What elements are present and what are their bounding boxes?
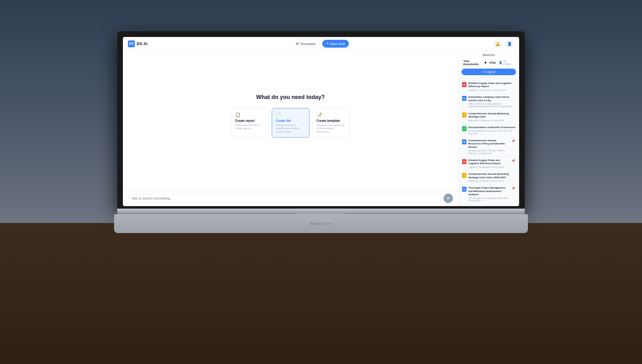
new-chat-icon: ✎ [326, 42, 329, 46]
source-title: Automotive company report about electric… [468, 96, 515, 102]
source-info: Comprehensive Human Resources Policy and… [468, 139, 510, 155]
chat-body: What do you need today? 📋 Create report … [123, 51, 458, 190]
your-docs-dot [485, 62, 486, 64]
create-report-desc: Choose documents to create agenda [235, 124, 265, 130]
source-meta: HR Development & Training • Wilson Salva… [468, 149, 510, 155]
source-item[interactable]: WDetailed Supply Chain and Logistics Eff… [461, 157, 517, 171]
source-item[interactable]: WComprehensive Human Resources Policy an… [461, 204, 517, 206]
source-file-icon: W [462, 187, 466, 192]
source-title: Thorough Project Management and Mileston… [468, 186, 510, 196]
new-chat-button[interactable]: ✎ New chat [322, 40, 349, 48]
create-template-icon: 📝 [317, 112, 346, 117]
create-file-card[interactable]: 📄 Create file Choose a file as a templat… [272, 108, 309, 138]
source-file-icon: W [462, 159, 466, 164]
source-info: Automotive company report about electric… [468, 96, 515, 108]
create-report-icon: 📋 [235, 112, 265, 117]
create-file-desc: Choose a file as a template and replace … [276, 124, 305, 133]
source-title: Comprehensive Annual Marketing Strategy … [468, 112, 515, 119]
sources-label: Sources [461, 53, 516, 57]
sources-tabs: Your Documents Chat 👤 My Profile [461, 59, 516, 67]
source-meta: HR Development & Training • Nana Cole • … [468, 197, 510, 202]
source-file-icon: G [462, 126, 466, 131]
source-pin-icon: 📌 [512, 139, 515, 143]
my-profile-icon: 👤 [499, 61, 502, 64]
source-title: Comprehensive Human Resources Policy and… [468, 139, 510, 149]
app-logo-icon: DS [128, 40, 135, 47]
source-title: Documentation of Benefits Preferences [468, 126, 515, 129]
source-item[interactable]: WComprehensive Human Resources Policy an… [461, 137, 517, 157]
source-info: Comprehensive Annual Marketing Strategy … [468, 173, 515, 182]
source-item[interactable]: XComprehensive Annual Marketing Strategy… [461, 110, 517, 124]
create-file-icon: 📄 [276, 112, 305, 117]
sources-panel: Sources Your Documents Chat 👤 [458, 51, 519, 206]
create-template-card[interactable]: 📝 Create template Document this allows y… [313, 108, 350, 138]
topbar-right: 🔔 👤 [493, 39, 514, 48]
source-file-icon: W [462, 139, 466, 144]
chat-input[interactable] [128, 194, 441, 203]
laptop-keyboard: MacBook Pro [114, 214, 528, 233]
source-meta: Marketing • 4 uploads • 22 Aug 2024 [468, 119, 515, 122]
laptop-base [117, 209, 525, 214]
source-item[interactable]: GDocumentation of Benefits PreferencesHR… [461, 124, 517, 137]
source-pin-icon: 📌 [512, 159, 515, 163]
app-screen: DS DS AI ⊞ Templates ✎ New chat 🔔 [123, 37, 519, 206]
create-report-card[interactable]: 📋 Create report Choose documents to crea… [231, 108, 269, 138]
source-meta: Offer automotive housing detailing speci… [468, 103, 515, 108]
source-title: Detailed Supply Chain and Logistics Effi… [468, 82, 515, 88]
main-content: What do you need today? 📋 Create report … [123, 51, 519, 206]
logout-button[interactable]: ↩ Logout [461, 69, 516, 75]
source-item[interactable]: WThorough Project Management and Milesto… [461, 185, 517, 204]
logout-icon: ↩ [482, 70, 485, 74]
send-button[interactable]: ➤ [444, 194, 453, 203]
source-item[interactable]: XComprehensive Annual Marketing Strategy… [461, 171, 517, 185]
logo-area: DS DS AI [128, 40, 147, 47]
screen-bezel: DS DS AI ⊞ Templates ✎ New chat 🔔 [117, 31, 525, 209]
source-title: Comprehensive Annual Marketing Strategy … [468, 173, 515, 179]
create-file-title: Create file [276, 119, 305, 122]
sources-header: Sources Your Documents Chat 👤 [458, 51, 519, 78]
tab-my-profile[interactable]: 👤 My Profile [497, 59, 516, 67]
keyboard-brand: MacBook Pro [310, 222, 332, 226]
tab-chat[interactable]: Chat [489, 61, 496, 64]
source-info: Detailed Supply Chain and Logistics Effi… [468, 159, 510, 169]
app-logo-text: DS AI [137, 41, 147, 46]
chat-title: What do you need today? [256, 94, 325, 101]
source-title: Detailed Supply Chain and Logistics Effi… [468, 159, 510, 165]
source-file-icon: W [462, 82, 466, 87]
source-info: Detailed Supply Chain and Logistics Effi… [468, 82, 515, 91]
laptop-notch [296, 212, 346, 214]
create-template-title: Create template [317, 119, 346, 122]
chat-panel: What do you need today? 📋 Create report … [123, 51, 458, 206]
create-template-desc: Document this allows you to fill necessa… [317, 124, 346, 133]
source-item[interactable]: WDetailed Supply Chain and Logistics Eff… [461, 80, 517, 94]
tab-your-documents[interactable]: Your Documents [461, 59, 488, 67]
templates-button[interactable]: ⊞ Templates [292, 40, 320, 48]
topbar: DS DS AI ⊞ Templates ✎ New chat 🔔 [123, 37, 519, 51]
source-meta: Logistics • Purchasing • 22 Aug 2024 [468, 166, 510, 169]
notification-icon[interactable]: 🔔 [493, 39, 502, 48]
source-item[interactable]: WAutomotive company report about electri… [461, 94, 517, 110]
source-meta: Marketing • 4 uploads • Aug 24 2024 [468, 180, 515, 182]
source-meta: HR Development & Training • Nana Cole • … [468, 130, 515, 135]
source-file-icon: X [462, 173, 466, 178]
avatar-icon[interactable]: 👤 [505, 39, 514, 48]
source-file-icon: X [462, 112, 466, 117]
source-info: Comprehensive Annual Marketing Strategy … [468, 112, 515, 122]
sources-list: WDetailed Supply Chain and Logistics Eff… [458, 78, 519, 206]
source-file-icon: W [462, 96, 466, 101]
source-info: Thorough Project Management and Mileston… [468, 186, 510, 202]
create-report-title: Create report [235, 119, 265, 122]
templates-icon: ⊞ [296, 42, 299, 46]
action-cards-container: 📋 Create report Choose documents to crea… [231, 108, 350, 138]
source-pin-icon: 📌 [512, 187, 515, 190]
laptop: DS DS AI ⊞ Templates ✎ New chat 🔔 [117, 31, 525, 233]
chat-input-bar: ➤ [123, 190, 458, 206]
your-docs-label: Your Documents [463, 60, 484, 66]
source-meta: Logistics • Carl Johnson • 22 Aug 2024 [468, 89, 515, 91]
desk-surface [0, 223, 642, 364]
topbar-center-buttons: ⊞ Templates ✎ New chat [292, 40, 349, 48]
source-info: Documentation of Benefits PreferencesHR … [468, 126, 515, 135]
